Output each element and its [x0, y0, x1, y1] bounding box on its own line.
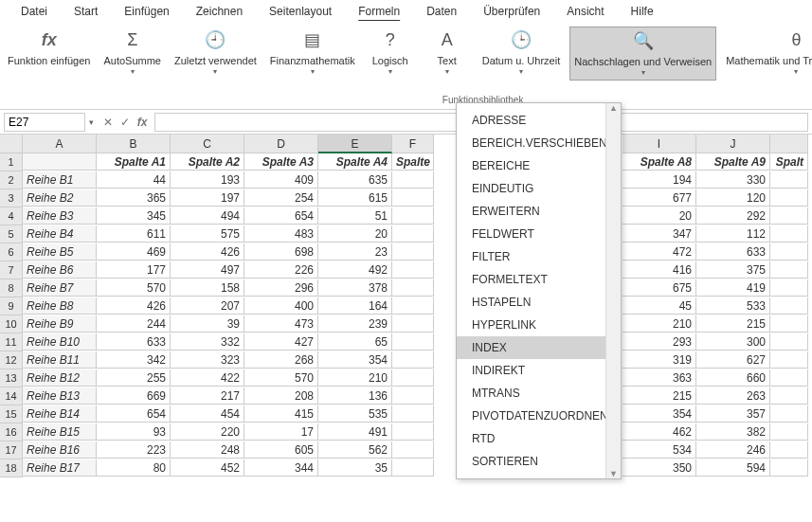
menu-item-filter[interactable]: FILTER — [457, 245, 621, 268]
menu-item-bereiche[interactable]: BEREICHE — [457, 154, 621, 177]
logical-button[interactable]: ? Logisch — [365, 27, 416, 79]
cell-A15[interactable]: Reihe B14 — [23, 405, 97, 423]
cell-K18[interactable] — [770, 459, 808, 477]
row-header[interactable]: 1 — [0, 153, 23, 171]
scroll-up-icon[interactable]: ▲ — [609, 103, 618, 113]
cell-J6[interactable]: 633 — [696, 243, 770, 261]
cell-J7[interactable]: 375 — [696, 261, 770, 279]
cell-K6[interactable] — [770, 243, 808, 261]
cell-D9[interactable]: 400 — [244, 297, 318, 315]
cell-B16[interactable]: 93 — [97, 423, 171, 441]
cell-I14[interactable]: 215 — [623, 387, 696, 405]
cell-A12[interactable]: Reihe B11 — [23, 351, 97, 369]
cell-A8[interactable]: Reihe B7 — [23, 279, 97, 297]
cell-E4[interactable]: 51 — [318, 207, 392, 225]
cell-K4[interactable] — [770, 207, 808, 225]
cell-C17[interactable]: 248 — [171, 441, 244, 459]
cell-E2[interactable]: 635 — [318, 171, 392, 189]
cell-A2[interactable]: Reihe B1 — [23, 171, 97, 189]
cell-E14[interactable]: 136 — [318, 387, 392, 405]
menu-item-formeltext[interactable]: FORMELTEXT — [457, 268, 621, 291]
cell-D10[interactable]: 473 — [244, 315, 318, 333]
cell-K7[interactable] — [770, 261, 808, 279]
cell-K2[interactable] — [770, 171, 808, 189]
cell-A14[interactable]: Reihe B13 — [23, 387, 97, 405]
cell-I12[interactable]: 319 — [623, 351, 696, 369]
lookup-reference-button[interactable]: 🔍 Nachschlagen und Verweisen — [569, 27, 716, 81]
row-header[interactable]: 12 — [0, 351, 23, 369]
cell-C12[interactable]: 323 — [171, 351, 244, 369]
cell-F8[interactable] — [392, 279, 434, 297]
cell-C18[interactable]: 452 — [171, 459, 244, 477]
cell-B12[interactable]: 342 — [97, 351, 171, 369]
cell-A5[interactable]: Reihe B4 — [23, 225, 97, 243]
cell-I10[interactable]: 210 — [623, 315, 696, 333]
financial-button[interactable]: ▤ Finanzmathematik — [266, 27, 359, 79]
cell-E17[interactable]: 562 — [318, 441, 392, 459]
cell-A18[interactable]: Reihe B17 — [23, 459, 97, 477]
cell-E3[interactable]: 615 — [318, 189, 392, 207]
row-header[interactable]: 13 — [0, 369, 23, 387]
cell-J8[interactable]: 419 — [696, 279, 770, 297]
cell-I4[interactable]: 20 — [623, 207, 696, 225]
name-box-arrow-icon[interactable]: ▾ — [89, 117, 99, 127]
row-header[interactable]: 17 — [0, 441, 23, 459]
cell-A6[interactable]: Reihe B5 — [23, 243, 97, 261]
fx-icon[interactable]: fx — [134, 116, 151, 129]
cell-A4[interactable]: Reihe B3 — [23, 207, 97, 225]
cell-E8[interactable]: 378 — [318, 279, 392, 297]
menu-item-sortieren[interactable]: SORTIEREN — [457, 450, 621, 473]
column-header-[interactable] — [770, 135, 808, 153]
row-header[interactable]: 18 — [0, 459, 23, 477]
cell-B2[interactable]: 44 — [97, 171, 171, 189]
cell-D13[interactable]: 570 — [244, 369, 318, 387]
cell-K5[interactable] — [770, 225, 808, 243]
cell-E16[interactable]: 491 — [318, 423, 392, 441]
menu-item-index[interactable]: INDEX — [457, 336, 621, 359]
recently-used-button[interactable]: 🕘 Zuletzt verwendet — [171, 27, 261, 79]
cell-J3[interactable]: 120 — [696, 189, 770, 207]
row-header[interactable]: 6 — [0, 243, 23, 261]
cell-C4[interactable]: 494 — [171, 207, 244, 225]
cancel-icon[interactable]: ✕ — [99, 116, 117, 129]
row-header[interactable]: 15 — [0, 405, 23, 423]
cell-F11[interactable] — [392, 333, 434, 351]
cell-J2[interactable]: 330 — [696, 171, 770, 189]
cell-C11[interactable]: 332 — [171, 333, 244, 351]
cell-E13[interactable]: 210 — [318, 369, 392, 387]
cell-F17[interactable] — [392, 441, 434, 459]
menu-item-hyperlink[interactable]: HYPERLINK — [457, 314, 621, 336]
cell-F2[interactable] — [392, 171, 434, 189]
cell-I5[interactable]: 347 — [623, 225, 696, 243]
cell-E5[interactable]: 20 — [318, 225, 392, 243]
cell-B9[interactable]: 426 — [97, 297, 171, 315]
cell-F12[interactable] — [392, 351, 434, 369]
cell-C3[interactable]: 197 — [171, 189, 244, 207]
cell-A9[interactable]: Reihe B8 — [23, 297, 97, 315]
tab-ansicht[interactable]: Ansicht — [553, 1, 617, 22]
cell-C14[interactable]: 217 — [171, 387, 244, 405]
cell-J15[interactable]: 357 — [696, 405, 770, 423]
column-header-D[interactable]: D — [244, 135, 318, 153]
cell-E18[interactable]: 35 — [318, 459, 392, 477]
cell-B3[interactable]: 365 — [97, 189, 171, 207]
cell-J10[interactable]: 215 — [696, 315, 770, 333]
cell-B14[interactable]: 669 — [97, 387, 171, 405]
cell-K15[interactable] — [770, 405, 808, 423]
cell-I7[interactable]: 416 — [623, 261, 696, 279]
column-header-C[interactable]: C — [171, 135, 244, 153]
cell-J11[interactable]: 300 — [696, 333, 770, 351]
cell-B18[interactable]: 80 — [97, 459, 171, 477]
cell-D11[interactable]: 427 — [244, 333, 318, 351]
cell-J4[interactable]: 292 — [696, 207, 770, 225]
cell-D15[interactable]: 415 — [244, 405, 318, 423]
cell-A13[interactable]: Reihe B12 — [23, 369, 97, 387]
cell-E1[interactable]: Spalte A4 — [318, 153, 392, 171]
cell-B11[interactable]: 633 — [97, 333, 171, 351]
cell-A10[interactable]: Reihe B9 — [23, 315, 97, 333]
menu-item-mtrans[interactable]: MTRANS — [457, 382, 621, 405]
cell-B8[interactable]: 570 — [97, 279, 171, 297]
row-header[interactable]: 7 — [0, 261, 23, 279]
cell-B1[interactable]: Spalte A1 — [97, 153, 171, 171]
cell-C2[interactable]: 193 — [171, 171, 244, 189]
